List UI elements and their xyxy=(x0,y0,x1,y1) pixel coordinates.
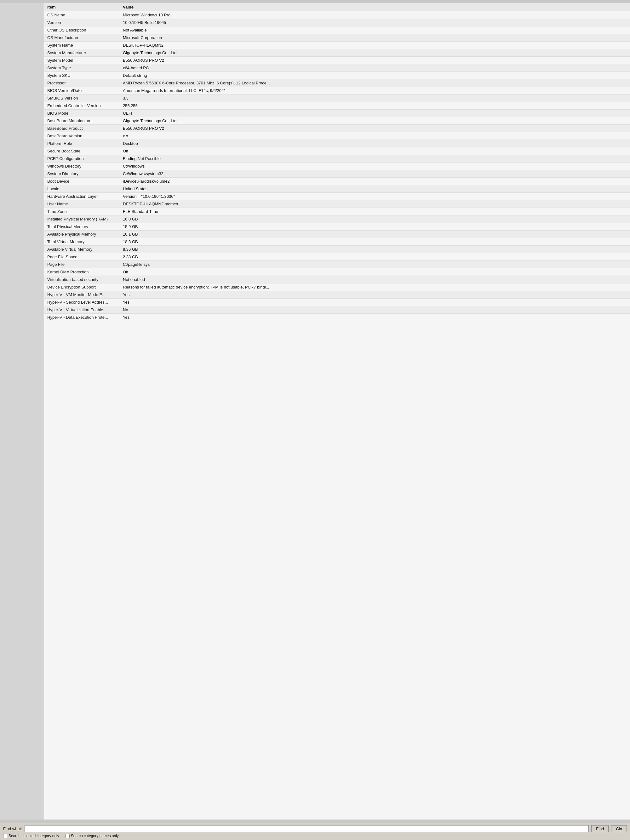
table-cell-item: Hardware Abstraction Layer xyxy=(44,193,120,200)
table-cell-item: Available Virtual Memory xyxy=(44,246,120,253)
table-cell-item: System Name xyxy=(44,41,120,49)
checkbox-selected-category[interactable] xyxy=(3,834,7,838)
table-cell-item: Other OS Description xyxy=(44,27,120,34)
table-row: ProcessorAMD Ryzen 5 5600X 6-Core Proces… xyxy=(44,79,630,87)
table-row: Boot Device\Device\HarddiskVolume2 xyxy=(44,178,630,185)
checkbox-category-names[interactable] xyxy=(66,834,69,838)
table-row: Version10.0.19045 Build 19045 xyxy=(44,19,630,27)
checkbox-row: Search selected category only Search cat… xyxy=(3,834,627,838)
table-cell-item: Device Encryption Support xyxy=(44,283,120,291)
table-cell-value: Default string xyxy=(120,72,630,79)
table-row: Hyper-V - Second Level Addres...Yes xyxy=(44,298,630,306)
table-cell-value: C:\Windows\system32 xyxy=(120,170,630,178)
table-row: Available Physical Memory10.1 GB xyxy=(44,231,630,238)
table-cell-item: System Manufacturer xyxy=(44,49,120,57)
col-header-value: Value xyxy=(120,3,630,11)
sysinfo-table: Item Value OS NameMicrosoft Windows 10 P… xyxy=(44,3,630,321)
table-cell-item: System Model xyxy=(44,57,120,64)
table-cell-value: Reasons for failed automatic device encr… xyxy=(120,283,630,291)
table-cell-item: BaseBoard Version xyxy=(44,132,120,140)
table-cell-value: x.x xyxy=(120,132,630,140)
table-cell-value: Yes xyxy=(120,298,630,306)
table-cell-item: Page File Space xyxy=(44,253,120,261)
table-cell-value: American Megatrends International, LLC. … xyxy=(120,87,630,95)
table-row: OS ManufacturerMicrosoft Corporation xyxy=(44,34,630,41)
checkbox-search-category-names[interactable]: Search category names only xyxy=(66,834,119,838)
table-row: BaseBoard Versionx.x xyxy=(44,132,630,140)
table-row: Hardware Abstraction LayerVersion = "10.… xyxy=(44,193,630,200)
table-cell-value: C:\pagefile.sys xyxy=(120,261,630,268)
table-row: Page FileC:\pagefile.sys xyxy=(44,261,630,268)
table-row: Available Virtual Memory8.36 GB xyxy=(44,246,630,253)
table-cell-value: FLE Standard Time xyxy=(120,208,630,215)
table-cell-item: Hyper-V - Data Execution Prote... xyxy=(44,314,120,321)
table-row: User NameDESKTOP-HLAQMN2\momch xyxy=(44,200,630,208)
table-cell-value: Off xyxy=(120,268,630,276)
bottom-bar: Find what: Find Clo Search selected cate… xyxy=(0,823,630,840)
table-row: Hyper-V - Virtualization Enable...No xyxy=(44,306,630,314)
table-cell-item: Windows Directory xyxy=(44,163,120,170)
table-row: SMBIOS Version3.3 xyxy=(44,95,630,102)
table-cell-value: United States xyxy=(120,185,630,193)
table-cell-value: DESKTOP-HLAQMN2\momch xyxy=(120,200,630,208)
table-cell-value: DESKTOP-HLAQMN2 xyxy=(120,41,630,49)
table-row: PCR7 ConfigurationBinding Not Possible xyxy=(44,155,630,163)
table-cell-value: 255.255 xyxy=(120,102,630,110)
table-cell-item: BaseBoard Manufacturer xyxy=(44,117,120,125)
table-cell-item: BIOS Mode xyxy=(44,110,120,117)
table-row: System SKUDefault string xyxy=(44,72,630,79)
table-cell-item: Platform Role xyxy=(44,140,120,147)
table-cell-value: x64-based PC xyxy=(120,64,630,72)
main-content: Item Value OS NameMicrosoft Windows 10 P… xyxy=(0,0,630,823)
table-cell-item: System Type xyxy=(44,64,120,72)
table-cell-value: Yes xyxy=(120,314,630,321)
table-row: Platform RoleDesktop xyxy=(44,140,630,147)
table-cell-value: Version = "10.0.19041.3636" xyxy=(120,193,630,200)
table-row: Page File Space2.38 GB xyxy=(44,253,630,261)
table-row: Hyper-V - Data Execution Prote...Yes xyxy=(44,314,630,321)
table-cell-value: \Device\HarddiskVolume2 xyxy=(120,178,630,185)
table-cell-item: OS Manufacturer xyxy=(44,34,120,41)
table-cell-value: AMD Ryzen 5 5600X 6-Core Processor, 3701… xyxy=(120,79,630,87)
table-cell-item: Embedded Controller Version xyxy=(44,102,120,110)
table-cell-item: SMBIOS Version xyxy=(44,95,120,102)
table-cell-value: Desktop xyxy=(120,140,630,147)
table-row: LocaleUnited States xyxy=(44,185,630,193)
col-header-item: Item xyxy=(44,3,120,11)
table-panel: Item Value OS NameMicrosoft Windows 10 P… xyxy=(44,3,630,819)
table-cell-item: Hyper-V - Second Level Addres... xyxy=(44,298,120,306)
table-cell-value: 10.0.19045 Build 19045 xyxy=(120,19,630,27)
find-input[interactable] xyxy=(25,825,589,832)
table-row: System DirectoryC:\Windows\system32 xyxy=(44,170,630,178)
find-button[interactable]: Find xyxy=(591,825,609,832)
table-cell-value: Off xyxy=(120,147,630,155)
table-cell-item: System SKU xyxy=(44,72,120,79)
table-cell-item: System Directory xyxy=(44,170,120,178)
table-cell-item: Available Physical Memory xyxy=(44,231,120,238)
find-row: Find what: Find Clo xyxy=(3,825,627,832)
table-row: Other OS DescriptionNot Available xyxy=(44,27,630,34)
table-row: System ManufacturerGigabyte Technology C… xyxy=(44,49,630,57)
table-row: Secure Boot StateOff xyxy=(44,147,630,155)
table-cell-value: B550 AORUS PRO V2 xyxy=(120,125,630,132)
table-cell-item: PCR7 Configuration xyxy=(44,155,120,163)
table-cell-value: Gigabyte Technology Co., Ltd. xyxy=(120,49,630,57)
table-row: Hyper-V - VM Monitor Mode E...Yes xyxy=(44,291,630,298)
table-cell-value: Gigabyte Technology Co., Ltd. xyxy=(120,117,630,125)
table-cell-value: No xyxy=(120,306,630,314)
table-cell-value: UEFI xyxy=(120,110,630,117)
table-cell-value: Yes xyxy=(120,291,630,298)
table-cell-item: Page File xyxy=(44,261,120,268)
table-cell-item: Hyper-V - VM Monitor Mode E... xyxy=(44,291,120,298)
table-cell-item: Processor xyxy=(44,79,120,87)
table-cell-value: Binding Not Possible xyxy=(120,155,630,163)
table-cell-item: Version xyxy=(44,19,120,27)
table-cell-value: Microsoft Corporation xyxy=(120,34,630,41)
close-button[interactable]: Clo xyxy=(611,825,627,832)
table-cell-value: Not enabled xyxy=(120,276,630,283)
table-cell-item: Total Physical Memory xyxy=(44,223,120,231)
table-cell-value: 2.38 GB xyxy=(120,253,630,261)
checkbox-search-selected[interactable]: Search selected category only xyxy=(3,834,59,838)
table-row: Embedded Controller Version255.255 xyxy=(44,102,630,110)
table-row: BaseBoard ManufacturerGigabyte Technolog… xyxy=(44,117,630,125)
